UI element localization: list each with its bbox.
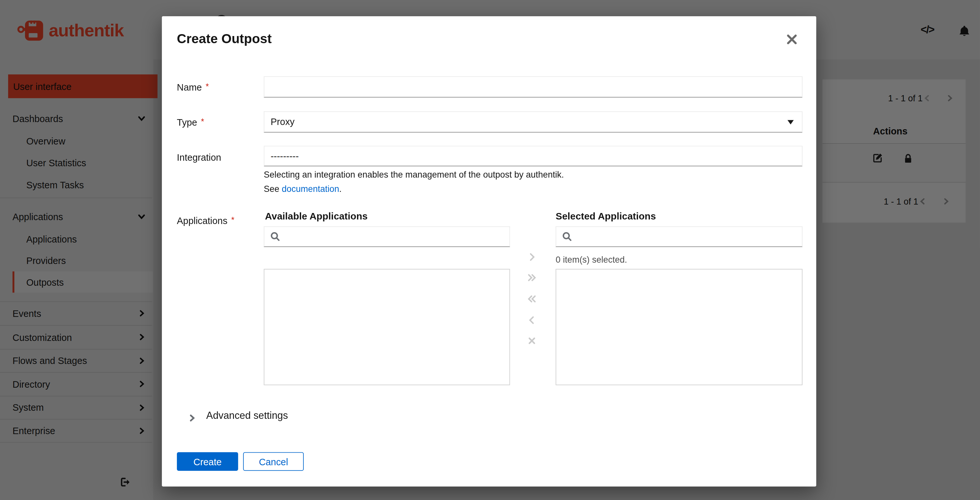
advanced-settings-toggle[interactable]: Advanced settings <box>206 410 288 422</box>
selected-search-input[interactable] <box>555 226 802 247</box>
search-icon <box>270 231 281 242</box>
add-all-icon[interactable] <box>527 273 537 283</box>
selected-applications-header: Selected Applications <box>555 211 656 222</box>
integration-field-label: Integration <box>177 152 221 162</box>
required-marker: * <box>231 215 234 225</box>
create-button[interactable]: Create <box>177 452 238 471</box>
authentik-admin-app: </> authentik User interface <box>0 0 980 500</box>
applications-field-label: Applications* <box>177 215 234 226</box>
integration-select[interactable]: --------- <box>264 146 802 167</box>
help-see-text: See <box>264 184 279 194</box>
name-field-label: Name* <box>177 82 208 92</box>
add-selected-icon[interactable] <box>527 252 537 262</box>
caret-down-icon <box>788 120 794 124</box>
integration-help-line2: See documentation. <box>264 184 342 194</box>
clear-selection-icon[interactable] <box>527 336 537 346</box>
search-icon <box>562 231 573 242</box>
integration-select-value: --------- <box>270 146 299 167</box>
close-icon[interactable] <box>785 32 799 46</box>
integration-help-text: Selecting an integration enables the man… <box>264 169 564 180</box>
modal-title: Create Outpost <box>177 31 272 46</box>
documentation-link[interactable]: documentation <box>282 184 339 194</box>
required-marker: * <box>206 82 209 91</box>
label-text: Name <box>177 82 202 92</box>
label-text: Applications <box>177 215 228 226</box>
help-period: . <box>339 184 341 194</box>
chevron-right-icon[interactable] <box>188 414 196 422</box>
available-search-input[interactable] <box>264 226 510 247</box>
available-applications-list[interactable] <box>264 269 510 385</box>
remove-selected-icon[interactable] <box>527 315 537 325</box>
type-field-label: Type* <box>177 117 204 127</box>
label-text: Integration <box>177 152 221 162</box>
type-select[interactable]: Proxy <box>264 111 802 132</box>
available-applications-header: Available Applications <box>265 211 368 222</box>
name-input[interactable] <box>264 76 802 97</box>
create-outpost-modal: Create Outpost Name* Type* Proxy Integra… <box>162 16 816 486</box>
type-select-value: Proxy <box>270 112 295 132</box>
selected-applications-list[interactable] <box>555 269 802 385</box>
remove-all-icon[interactable] <box>527 294 537 304</box>
label-text: Type <box>177 117 197 127</box>
required-marker: * <box>201 117 204 126</box>
cancel-button[interactable]: Cancel <box>243 452 304 471</box>
selected-count-status: 0 item(s) selected. <box>555 255 627 264</box>
